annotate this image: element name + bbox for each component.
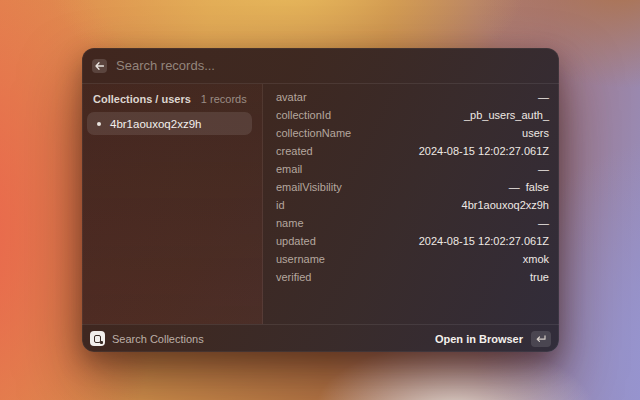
- detail-row: collectionName users: [276, 124, 549, 142]
- detail-row: emailVisibility — false: [276, 178, 549, 196]
- detail-label: updated: [276, 235, 316, 247]
- detail-row: created 2024-08-15 12:02:27.061Z: [276, 142, 549, 160]
- enter-key-icon: [536, 335, 546, 343]
- detail-value: —: [538, 217, 549, 229]
- records-sidebar: Collections / users 1 records 4br1aouxoq…: [82, 84, 263, 324]
- detail-value: 2024-08-15 12:02:27.061Z: [419, 235, 549, 247]
- detail-row: username xmok: [276, 250, 549, 268]
- breadcrumb-path: Collections / users: [93, 93, 191, 105]
- detail-label: id: [276, 199, 285, 211]
- detail-label: collectionId: [276, 109, 331, 121]
- detail-label: collectionName: [276, 127, 351, 139]
- primary-action-button[interactable]: Open in Browser: [435, 331, 551, 347]
- detail-value: users: [522, 127, 549, 139]
- detail-label: created: [276, 145, 313, 157]
- detail-row: id 4br1aouxoq2xz9h: [276, 196, 549, 214]
- detail-label: name: [276, 217, 304, 229]
- detail-label: email: [276, 163, 302, 175]
- detail-row: updated 2024-08-15 12:02:27.061Z: [276, 232, 549, 250]
- record-id-label: 4br1aouxoq2xz9h: [110, 118, 201, 130]
- action-bar: Search Collections Open in Browser: [82, 324, 559, 352]
- detail-label: verified: [276, 271, 311, 283]
- bullet-icon: [97, 122, 101, 126]
- command-palette-window: Collections / users 1 records 4br1aouxoq…: [82, 48, 559, 352]
- back-button[interactable]: [92, 59, 107, 73]
- detail-row: email —: [276, 160, 549, 178]
- detail-value: 2024-08-15 12:02:27.061Z: [419, 145, 549, 157]
- content-area: Collections / users 1 records 4br1aouxoq…: [82, 84, 559, 324]
- search-bar: [82, 48, 559, 84]
- pocketbase-icon: [90, 331, 105, 346]
- detail-row: collectionId _pb_users_auth_: [276, 106, 549, 124]
- detail-label: emailVisibility: [276, 181, 342, 193]
- detail-value: — false: [509, 181, 549, 193]
- detail-label: username: [276, 253, 325, 265]
- detail-label: avatar: [276, 91, 307, 103]
- records-count: 1 records: [201, 93, 247, 105]
- detail-value: _pb_users_auth_: [464, 109, 549, 121]
- detail-row: name —: [276, 214, 549, 232]
- detail-row: verified true: [276, 268, 549, 286]
- command-source-label: Search Collections: [112, 333, 204, 345]
- command-source: Search Collections: [90, 331, 204, 346]
- detail-value: xmok: [523, 253, 549, 265]
- record-details-panel: avatar — collectionId _pb_users_auth_ co…: [263, 84, 559, 324]
- detail-value: 4br1aouxoq2xz9h: [462, 199, 549, 211]
- detail-value: —: [538, 163, 549, 175]
- enter-key-badge: [531, 331, 551, 347]
- search-input[interactable]: [116, 58, 549, 73]
- record-list-item-selected[interactable]: 4br1aouxoq2xz9h: [87, 112, 252, 135]
- detail-value: —: [538, 91, 549, 103]
- detail-value: true: [530, 271, 549, 283]
- detail-row: avatar —: [276, 88, 549, 106]
- primary-action-label: Open in Browser: [435, 333, 523, 345]
- breadcrumb: Collections / users 1 records: [82, 84, 262, 105]
- arrow-left-icon: [95, 62, 104, 70]
